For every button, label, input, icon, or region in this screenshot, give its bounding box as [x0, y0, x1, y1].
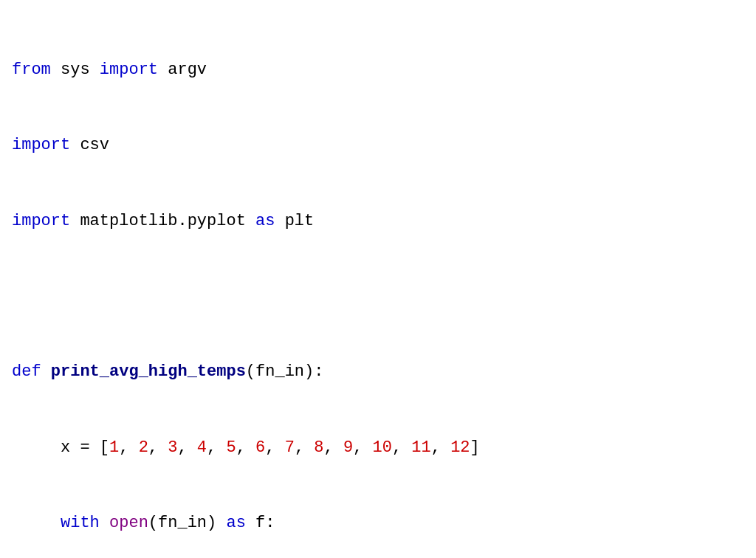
code-line-blank: [12, 284, 744, 309]
keyword-as2: as: [226, 514, 245, 532]
code-line: x = [1, 2, 3, 4, 5, 6, 7, 8, 9, 10, 11, …: [12, 435, 744, 461]
function-name: print_avg_high_temps: [51, 362, 246, 381]
number: 9: [343, 438, 353, 457]
code-text: [12, 514, 61, 532]
number: 4: [197, 438, 207, 457]
code-text: plt: [275, 212, 314, 230]
code-text: csv: [70, 136, 109, 154]
code-text: ,: [431, 438, 450, 457]
keyword-def: def: [12, 362, 41, 381]
code-text: [41, 362, 51, 381]
keyword-with: with: [61, 514, 100, 532]
number: 8: [314, 438, 323, 457]
keyword-import: import: [12, 136, 70, 154]
number: 2: [139, 438, 148, 457]
builtin-open: open: [109, 514, 148, 532]
code-text: ,: [295, 438, 314, 457]
code-text: ,: [265, 438, 284, 457]
code-line: def print_avg_high_temps(fn_in):: [12, 359, 744, 385]
keyword-from: from: [12, 61, 51, 79]
code-line: import csv: [12, 133, 744, 158]
number: 11: [411, 438, 430, 457]
keyword-as: as: [255, 212, 275, 230]
code-text: ,: [148, 438, 168, 457]
code-text: ,: [177, 438, 196, 457]
code-text: ,: [119, 438, 138, 457]
number: 1: [109, 438, 119, 457]
keyword-import2: import: [12, 212, 70, 230]
code-text: ,: [392, 438, 411, 457]
code-text: matplotlib.pyplot: [70, 212, 255, 230]
number: 5: [226, 438, 236, 457]
number: 7: [285, 438, 295, 457]
code-line: from sys import argv: [12, 58, 744, 83]
code-text: ,: [353, 438, 372, 457]
code-text: argv: [158, 61, 207, 79]
keyword-import: import: [100, 61, 158, 79]
code-text: ,: [236, 438, 255, 457]
code-text: (fn_in):: [246, 362, 324, 381]
code-text: ,: [207, 438, 226, 457]
code-text: (fn_in): [148, 514, 227, 532]
number: 12: [450, 438, 470, 457]
code-line: with open(fn_in) as f:: [12, 511, 744, 536]
number: 6: [255, 438, 265, 457]
code-text: ,: [324, 438, 343, 457]
code-text: ]: [470, 438, 480, 457]
code-text: [100, 514, 109, 532]
code-text: f:: [246, 514, 275, 532]
code-text: x = [: [12, 438, 109, 457]
code-text: sys: [51, 61, 100, 79]
code-line: import matplotlib.pyplot as plt: [12, 209, 744, 234]
number: 10: [373, 438, 392, 457]
number: 3: [168, 438, 177, 457]
code-editor: from sys import argv import csv import m…: [12, 7, 744, 558]
